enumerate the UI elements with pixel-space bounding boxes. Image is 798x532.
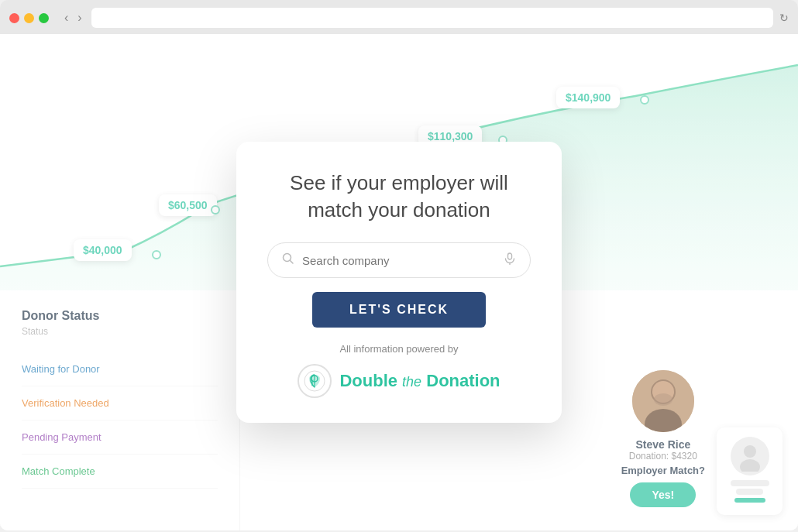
svg-rect-9 [508,253,512,259]
microphone-icon[interactable] [504,252,516,268]
nav-buttons: ‹ › [61,12,85,24]
modal-dialog: See if your employer willmatch your dona… [236,142,562,423]
modal-overlay: See if your employer willmatch your dona… [0,34,798,530]
close-button[interactable] [9,13,19,23]
lets-check-button[interactable]: LET'S CHECK [312,292,486,328]
search-bar[interactable] [267,242,531,278]
back-button[interactable]: ‹ [61,12,71,24]
dtd-icon [298,364,332,398]
traffic-lights [9,13,49,23]
search-icon [282,252,294,268]
svg-line-8 [291,261,294,264]
dtd-logo-area: Double the Donation [267,364,531,398]
search-input[interactable] [302,254,496,267]
powered-by-text: All information powered by [267,343,531,355]
dtd-text: Double the Donation [339,371,500,391]
modal-title: See if your employer willmatch your dona… [267,170,531,224]
forward-button[interactable]: › [74,12,84,24]
main-area: $40,000 $60,500 $110,300 $140,900 Donor … [0,34,798,530]
reload-button[interactable]: ↻ [779,12,789,24]
address-bar[interactable] [91,8,773,28]
minimize-button[interactable] [24,13,34,23]
maximize-button[interactable] [39,13,49,23]
browser-chrome: ‹ › ↻ [0,0,798,34]
